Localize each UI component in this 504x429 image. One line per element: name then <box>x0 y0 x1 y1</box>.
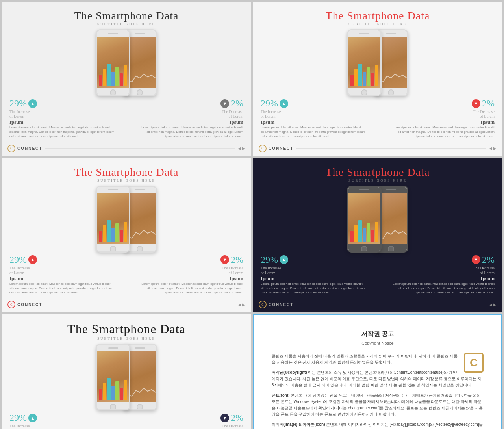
slide-5: C The Smartphone Data SUBTITLE GOES HERE <box>2 314 251 429</box>
nav-arrows-3[interactable]: ◀ ▶ <box>238 303 245 307</box>
stats-1: 29% ▲ The Increase of Lorem Ipsum Lorem … <box>7 98 245 139</box>
right-heading1-2: The Decrease <box>389 110 495 114</box>
copyright-para-0: 콘텐츠 제품을 사용하기 전에 다음의 법률과 조항들을 자세히 읽어 주시기 … <box>272 353 484 366</box>
connect-text-3: CONNECT <box>17 303 42 307</box>
nav-arrows-2[interactable]: ◀ ▶ <box>489 146 497 150</box>
right-bold-2: Ipsum <box>389 119 495 125</box>
left-body-1: Lorem ipsum dolor sit amet. Maecenas sed… <box>9 125 115 139</box>
right-percent-5: 2% <box>231 412 243 423</box>
left-stat-3: 29% ▲ The Increase of Lorem Ipsum Lorem … <box>9 254 115 295</box>
copyright-para-3: 이미지(image) & 아이콘(icon) 콘텐츠 내에 이미지라이선 이미지… <box>272 422 484 429</box>
left-bold-1: Ipsum <box>9 119 115 125</box>
nav-next-4[interactable]: ▶ <box>493 303 497 307</box>
left-percent-row-4: 29% ▲ <box>261 254 366 265</box>
nav-next-2[interactable]: ▶ <box>493 146 497 150</box>
left-percent-2: 29% <box>261 98 278 109</box>
copyright-section-1: 저작권(©copyright) 이는 콘텐츠의 소유 및 사용자는 콘텐츠내의(… <box>272 370 484 388</box>
footer-line-2 <box>296 148 486 149</box>
left-heading2-3: of Lorem <box>9 271 115 275</box>
footer-4: C CONNECT ◀ ▶ <box>259 298 497 308</box>
copyright-body: C 콘텐츠 제품을 사용하기 전에 다음의 법률과 조항들을 자세히 읽어 주시… <box>272 353 484 429</box>
right-body-2: Lorem ipsum dolor sit amet. Maecenas sed… <box>389 125 495 139</box>
nav-prev-1[interactable]: ◀ <box>238 146 241 150</box>
connect-text-4: CONNECT <box>269 303 293 307</box>
right-heading2-2: of Lorem <box>389 114 495 119</box>
slide-4-title: The Smartphone Data <box>259 166 497 178</box>
right-heading1-3: The Decrease <box>138 266 243 270</box>
left-percent-4: 29% <box>261 254 278 265</box>
right-stat-3: ▼ 2% The Decrease of Lorem Ipsum Lorem i… <box>138 254 243 295</box>
connect-circle-4: C <box>259 301 267 308</box>
left-bold-3: Ipsum <box>9 275 115 282</box>
left-heading1-4: The Increase <box>261 266 366 270</box>
right-stat-4: ▼ 2% The Decrease of Lorem Ipsum Lorem i… <box>389 254 495 295</box>
right-stat-5: ▼ 2% The Decrease of Lorem Ipsum Lorem i… <box>138 412 243 429</box>
copyright-section-2: 폰트(font) 콘텐츠 내에 담겨있는 진실 폰트는 네이버 나눔글꼴의 저작… <box>272 392 484 418</box>
left-heading1-3: The Increase <box>9 266 115 270</box>
right-body-3: Lorem ipsum dolor sit amet. Maecenas sed… <box>138 282 243 295</box>
left-percent-1: 29% <box>9 98 27 109</box>
stats-2: 29% ▲ The Increase of Lorem Ipsum Lorem … <box>259 98 497 139</box>
right-percent-2: 2% <box>482 98 495 109</box>
right-heading2-4: of Lorem <box>389 271 495 275</box>
nav-prev-4[interactable]: ◀ <box>489 303 492 307</box>
left-percent-row-2: 29% ▲ <box>261 98 366 109</box>
left-badge-5: ▲ <box>28 414 37 422</box>
phone-front-4 <box>347 186 382 253</box>
copyright-para-2: 폰트(font) 콘텐츠 내에 담겨있는 진실 폰트는 네이버 나눔글꼴의 저작… <box>272 392 484 418</box>
nav-prev-3[interactable]: ◀ <box>238 303 241 307</box>
phones-container-3 <box>7 186 245 253</box>
right-heading1-4: The Decrease <box>389 266 495 270</box>
slide-3-title: The Smartphone Data <box>7 166 245 178</box>
right-heading1-1: The Decrease <box>138 110 243 114</box>
nav-arrows-4[interactable]: ◀ ▶ <box>489 303 497 307</box>
footer-1: C CONNECT ◀ ▶ <box>7 142 245 152</box>
left-stat-4: 29% ▲ The Increase of Lorem Ipsum Lorem … <box>261 254 366 295</box>
left-heading1-1: The Increase <box>9 110 115 114</box>
left-bold-4: Ipsum <box>261 275 366 282</box>
left-heading1-5: The Increase <box>9 424 115 428</box>
copyright-title-kr: 저작권 공고 <box>272 329 484 339</box>
right-percent-1: 2% <box>231 98 243 109</box>
connect-circle-3: C <box>7 301 15 308</box>
left-percent-row-3: 29% ▲ <box>9 254 115 265</box>
right-percent-3: 2% <box>231 254 243 265</box>
connect-logo-1: C CONNECT <box>7 145 42 152</box>
chart-1 <box>99 54 127 86</box>
nav-arrows-1[interactable]: ◀ ▶ <box>238 146 245 150</box>
right-bold-3: Ipsum <box>138 275 243 282</box>
right-badge-2: ▼ <box>472 99 480 108</box>
right-percent-row-3: ▼ 2% <box>138 254 243 265</box>
left-percent-row-1: 29% ▲ <box>9 98 115 109</box>
left-heading2-1: of Lorem <box>9 114 115 119</box>
connect-text-2: CONNECT <box>269 146 293 150</box>
footer-line-1 <box>45 148 235 149</box>
right-heading2-3: of Lorem <box>138 271 243 275</box>
nav-next-1[interactable]: ▶ <box>242 146 245 150</box>
footer-line-3 <box>45 305 235 305</box>
right-stat-1: ▼ 2% The Decrease of Lorem Ipsum Lorem i… <box>138 98 243 139</box>
right-stat-2: ▼ 2% The Decrease of Lorem Ipsum Lorem i… <box>389 98 495 139</box>
left-stat-1: 29% ▲ The Increase of Lorem Ipsum Lorem … <box>9 98 115 139</box>
stats-5: 29% ▲ The Increase of Lorem Ipsum Lorem … <box>7 412 245 429</box>
left-heading2-2: of Lorem <box>261 114 366 119</box>
right-body-1: Lorem ipsum dolor sit amet. Maecenas sed… <box>138 125 243 139</box>
left-body-4: Lorem ipsum dolor sit amet. Maecenas sed… <box>261 282 366 295</box>
left-body-2: Lorem ipsum dolor sit amet. Maecenas sed… <box>261 125 366 139</box>
nav-prev-2[interactable]: ◀ <box>489 146 492 150</box>
right-percent-4: 2% <box>482 254 495 265</box>
slide-4-subtitle: SUBTITLE GOES HERE <box>259 178 497 182</box>
chart-5 <box>99 369 127 400</box>
phones-container-5 <box>7 344 245 410</box>
right-heading2-1: of Lorem <box>138 114 243 119</box>
copyright-section-0: 콘텐츠 제품을 사용하기 전에 다음의 법률과 조항들을 자세히 읽어 주시기 … <box>272 353 484 366</box>
right-percent-row-2: ▼ 2% <box>389 98 495 109</box>
right-bold-4: Ipsum <box>389 275 495 282</box>
left-stat-2: 29% ▲ The Increase of Lorem Ipsum Lorem … <box>261 98 366 139</box>
nav-next-3[interactable]: ▶ <box>242 303 245 307</box>
connect-circle-1: C <box>7 145 15 152</box>
slides-grid: C The Smartphone Data SUBTITLE GOES HERE <box>0 0 504 429</box>
slide-1: C The Smartphone Data SUBTITLE GOES HERE <box>2 2 251 156</box>
slide-4: C The Smartphone Data SUBTITLE GOES HERE <box>253 158 502 313</box>
right-badge-5: ▼ <box>220 414 229 422</box>
